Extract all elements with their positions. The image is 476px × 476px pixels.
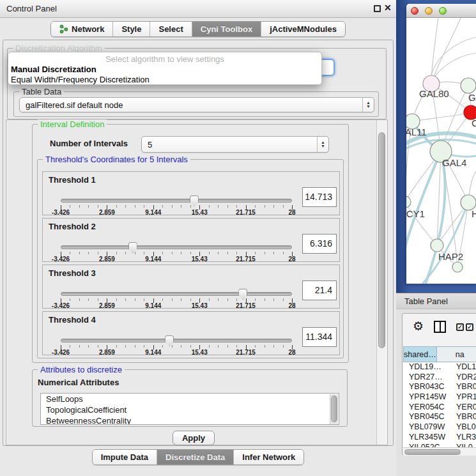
float-window-icon[interactable]	[374, 5, 381, 12]
settings-scrollbar-thumb[interactable]	[378, 132, 385, 348]
table-cell[interactable]: YER054C	[403, 403, 452, 413]
table-cell[interactable]: YIL052C	[403, 443, 452, 448]
threshold-row: Threshold 4 -3.4262.8599.14415.4321.7152…	[42, 311, 340, 355]
table-cell[interactable]: YPR145W	[403, 392, 452, 403]
interval-definition-group-label: Interval Definition	[38, 119, 107, 129]
threshold-value-field[interactable]: 11.344	[302, 327, 337, 347]
node-partial-top[interactable]	[461, 78, 476, 93]
table-row[interactable]: YPR145WYPR1	[403, 392, 476, 403]
table-cell[interactable]: YDL1	[452, 362, 476, 372]
table-cell[interactable]: YBR0	[452, 382, 476, 392]
tab-impute-data[interactable]: Impute Data	[93, 450, 157, 464]
table-cell[interactable]: YBL079W	[403, 422, 452, 433]
attribute-list-item[interactable]: SelfLoops	[41, 394, 339, 404]
settings-scrollbar[interactable]	[376, 120, 387, 445]
network-canvas[interactable]: GAL80 GA C GAL11 GAL4 GCY1 H HAP2	[406, 18, 476, 284]
algorithm-dropdown-popup: Select algorithm to view settings Manual…	[8, 52, 322, 85]
combo-stepper-icon[interactable]: ▲▼	[362, 98, 374, 112]
table-cell[interactable]: YER0	[452, 403, 476, 413]
column-header-name[interactable]: na	[437, 346, 476, 362]
slider-tick-labels: -3.4262.8599.14415.4321.71528	[61, 256, 292, 263]
table-row[interactable]: YBR043CYBR0	[403, 382, 476, 392]
table-toolbar: ⚙ ✓ ✓	[403, 314, 476, 339]
table-cell[interactable]: YBL0	[452, 422, 476, 433]
gear-icon[interactable]: ⚙	[413, 320, 424, 332]
attribute-list-item[interactable]: BetweennessCentrality	[41, 415, 339, 425]
tab-jactivemnodules[interactable]: jActiveMNodules	[261, 22, 345, 36]
threshold-value-field[interactable]: 21.4	[302, 280, 337, 300]
algorithm-option-equal-width[interactable]: Equal Width/Frequency Discretization	[11, 75, 150, 84]
threshold-slider[interactable]	[61, 292, 292, 296]
column-layout-icon[interactable]	[434, 321, 446, 333]
network-desktop: GAL80 GA C GAL11 GAL4 GCY1 H HAP2	[396, 0, 476, 293]
threshold-slider[interactable]	[61, 245, 292, 249]
numerical-attributes-label: Numerical Attributes	[38, 378, 119, 387]
table-row[interactable]: YDL19…YDL1	[403, 362, 476, 372]
close-icon[interactable]: ✕	[384, 3, 392, 13]
table-cell[interactable]: YPR1	[452, 392, 476, 403]
checkbox-icon[interactable]: ✓	[466, 323, 473, 331]
tab-style[interactable]: Style	[112, 22, 150, 36]
column-header-shared-name[interactable]: shared…	[403, 346, 437, 362]
minimize-traffic-light-icon[interactable]	[425, 7, 433, 15]
tab-discretize-data[interactable]: Discretize Data	[157, 450, 233, 464]
algorithm-option-manual[interactable]: Manual Discretization	[11, 65, 96, 74]
threshold-value-field[interactable]: 6.316	[302, 234, 337, 254]
close-traffic-light-icon[interactable]	[411, 7, 418, 15]
tab-infer-network[interactable]: Infer Network	[233, 450, 303, 464]
table-data-combo[interactable]: galFiltered.sif default node ▲▼	[19, 97, 374, 112]
table-cell[interactable]: YDL19…	[403, 362, 452, 372]
threshold-slider[interactable]	[61, 339, 292, 342]
attributes-group-label: Attributes to discretize	[38, 365, 125, 374]
table-cell[interactable]: YIL0	[452, 443, 473, 448]
network-window-titlebar[interactable]	[406, 4, 476, 18]
tab-select[interactable]: Select	[150, 22, 191, 36]
tab-network[interactable]: Network	[51, 22, 112, 36]
threshold-slider[interactable]	[61, 199, 292, 203]
zoom-traffic-light-icon[interactable]	[439, 7, 447, 15]
tab-cyni-toolbox[interactable]: Cyni Toolbox	[192, 22, 261, 36]
number-of-intervals-combo[interactable]: 5 ▲▼	[141, 136, 329, 153]
table-cell[interactable]: YLR345W	[403, 433, 452, 443]
table-row[interactable]: YDR27…YDR2	[403, 372, 476, 383]
table-hscroll-thumb[interactable]	[404, 449, 461, 455]
table-horizontal-scrollbar[interactable]	[403, 447, 476, 456]
attributes-list-scrollbar[interactable]	[330, 394, 338, 425]
table-panel: ⚙ ✓ ✓ shared… na YDL19…YDL1YDR27…YDR2YBR…	[396, 309, 476, 476]
checkbox-icon[interactable]: ✓	[456, 323, 464, 331]
network-icon	[59, 24, 68, 34]
node-partial-bottom[interactable]	[452, 262, 463, 272]
table-cell[interactable]: YDR27…	[403, 372, 452, 383]
table-cell[interactable]: YBR0	[452, 412, 476, 422]
table-row[interactable]: YIL052CYIL0	[403, 443, 476, 448]
table-row[interactable]: YBL079WYBL0	[403, 422, 476, 433]
table-data-combo-value: galFiltered.sif default node	[26, 100, 123, 110]
network-view-window[interactable]: GAL80 GA C GAL11 GAL4 GCY1 H HAP2	[406, 4, 476, 284]
combo-stepper-icon[interactable]: ▲▼	[317, 137, 328, 152]
table-cell[interactable]: YBR045C	[403, 412, 452, 422]
threshold-label: Threshold 3	[49, 268, 96, 278]
node-gcy1[interactable]	[406, 196, 411, 208]
node-hap2[interactable]	[431, 239, 443, 252]
attribute-list-item[interactable]: TopologicalCoefficient	[41, 404, 339, 415]
threshold-coordinates-group: Threshold's Coordinates for 5 Intervals …	[37, 159, 344, 358]
numerical-attributes-list[interactable]: SelfLoopsTopologicalCoefficientBetweenne…	[40, 393, 339, 425]
node-label: H	[472, 208, 476, 219]
threshold-value-field[interactable]: 14.713	[302, 187, 337, 207]
slider-tick-labels: -3.4262.8599.14415.4321.71528	[61, 349, 292, 356]
cyni-toolbox-panel: Discretization Algorithm Table Data galF…	[3, 40, 394, 446]
node-label: GA	[468, 92, 476, 103]
table-cell[interactable]: YBR043C	[403, 382, 452, 392]
slider-tick-labels: -3.4262.8599.14415.4321.71528	[61, 209, 292, 216]
table-row[interactable]: YLR345WYLR3	[403, 433, 476, 443]
attributes-group: Attributes to discretize Numerical Attri…	[32, 369, 348, 427]
table-data-group: Table Data galFiltered.sif default node …	[13, 91, 379, 117]
threshold-row: Threshold 3 -3.4262.8599.14415.4321.7152…	[42, 265, 340, 309]
table-cell[interactable]: YLR3	[452, 433, 476, 443]
tab-label: Select	[158, 24, 183, 34]
table-cell[interactable]: YDR2	[452, 372, 476, 383]
table-row[interactable]: YER054CYER0	[403, 403, 476, 413]
table-row[interactable]: YBR045CYBR0	[403, 412, 476, 422]
tab-label: Network	[72, 24, 104, 34]
apply-button[interactable]: Apply	[173, 431, 215, 445]
